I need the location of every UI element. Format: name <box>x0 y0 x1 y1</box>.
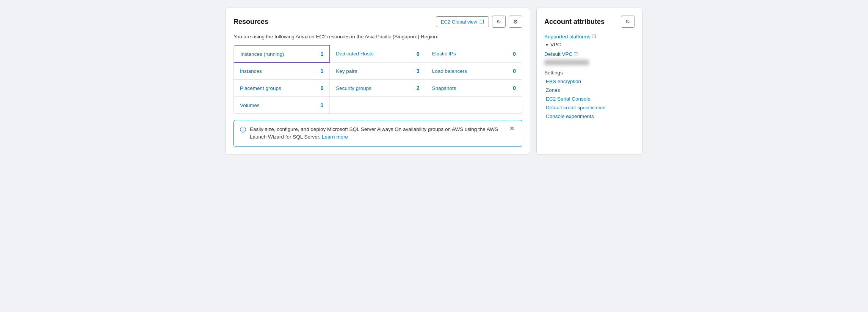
resources-title: Resources <box>233 18 268 26</box>
default-vpc-label: Default VPC <box>544 51 572 57</box>
resource-cell-volumes[interactable]: Volumes 1 <box>234 97 330 113</box>
supported-platforms-external-icon: ❐ <box>592 34 596 39</box>
info-banner-content: ⓘ Easily size, configure, and deploy Mic… <box>240 126 504 141</box>
elastic-ips-label[interactable]: Elastic IPs <box>432 51 456 57</box>
resource-cell-key-pairs[interactable]: Key pairs 3 <box>330 63 426 80</box>
ec2-serial-console-link[interactable]: EC2 Serial Console <box>544 96 635 102</box>
header-actions: EC2 Global view ❐ ↻ ⚙ <box>436 16 522 28</box>
zones-link[interactable]: Zones <box>544 87 635 93</box>
refresh-icon: ↻ <box>497 19 501 25</box>
account-header: Account attributes ↻ <box>544 16 635 28</box>
bullet-icon: ● <box>546 43 548 47</box>
default-vpc-link[interactable]: Default VPC ❐ <box>544 51 635 57</box>
resource-cell-load-balancers[interactable]: Load balancers 0 <box>426 63 522 80</box>
supported-platforms-link[interactable]: Supported platforms ❐ <box>544 34 635 39</box>
resource-cell-dedicated-hosts[interactable]: Dedicated Hosts 0 <box>330 45 426 63</box>
default-credit-specification-link[interactable]: Default credit specification <box>544 105 635 110</box>
default-vpc-external-icon: ❐ <box>574 52 578 57</box>
refresh-icon-account: ↻ <box>625 19 630 25</box>
gear-icon: ⚙ <box>513 19 518 25</box>
key-pairs-count: 3 <box>417 68 420 74</box>
supported-platforms-label: Supported platforms <box>544 34 591 39</box>
placement-groups-count: 0 <box>321 85 324 91</box>
resource-cell-snapshots[interactable]: Snapshots 0 <box>426 80 522 97</box>
account-attributes-panel: Account attributes ↻ Supported platforms… <box>536 8 642 155</box>
instances-running-label[interactable]: Instances (running) <box>240 51 284 57</box>
load-balancers-count: 0 <box>513 68 516 74</box>
settings-section-label: Settings <box>544 70 635 76</box>
external-link-icon: ❐ <box>479 19 484 25</box>
instances-count: 1 <box>321 68 324 74</box>
key-pairs-label[interactable]: Key pairs <box>336 68 357 74</box>
elastic-ips-count: 0 <box>513 51 516 57</box>
resources-header: Resources EC2 Global view ❐ ↻ ⚙ <box>233 16 522 28</box>
vpc-item: ● VPC <box>546 42 635 47</box>
info-circle-icon: ⓘ <box>240 126 246 134</box>
empty-cell-2 <box>426 97 522 113</box>
resources-description: You are using the following Amazon EC2 r… <box>233 34 522 39</box>
placement-groups-label[interactable]: Placement groups <box>240 85 281 91</box>
resource-cell-instances[interactable]: Instances 1 <box>234 63 330 80</box>
settings-button[interactable]: ⚙ <box>509 16 522 28</box>
banner-close-button[interactable]: ✕ <box>508 126 516 132</box>
resource-cell-placement-groups[interactable]: Placement groups 0 <box>234 80 330 97</box>
snapshots-label[interactable]: Snapshots <box>432 85 456 91</box>
dedicated-hosts-count: 0 <box>417 51 420 57</box>
info-banner-text: Easily size, configure, and deploy Micro… <box>250 126 504 141</box>
ebs-encryption-link[interactable]: EBS encryption <box>544 79 635 84</box>
learn-more-link[interactable]: Learn more <box>322 134 348 140</box>
blurred-vpc-value: vpc-xxxxxxxxxx <box>544 60 589 65</box>
volumes-label[interactable]: Volumes <box>240 102 260 108</box>
vpc-label: VPC <box>550 42 561 47</box>
resources-panel: Resources EC2 Global view ❐ ↻ ⚙ You are … <box>226 8 530 155</box>
dedicated-hosts-label[interactable]: Dedicated Hosts <box>336 51 373 57</box>
instances-running-count: 1 <box>321 51 324 57</box>
refresh-account-button[interactable]: ↻ <box>621 16 635 28</box>
volumes-count: 1 <box>321 102 324 108</box>
empty-cell-1 <box>330 97 426 113</box>
load-balancers-label[interactable]: Load balancers <box>432 68 467 74</box>
security-groups-label[interactable]: Security groups <box>336 85 371 91</box>
resource-cell-elastic-ips[interactable]: Elastic IPs 0 <box>426 45 522 63</box>
info-banner: ⓘ Easily size, configure, and deploy Mic… <box>233 120 522 147</box>
refresh-resources-button[interactable]: ↻ <box>492 16 506 28</box>
snapshots-count: 0 <box>513 85 516 91</box>
resource-cell-instances-running[interactable]: Instances (running) 1 <box>233 45 330 63</box>
ec2-global-view-button[interactable]: EC2 Global view ❐ <box>436 16 489 27</box>
ec2-global-view-label: EC2 Global view <box>441 19 477 25</box>
security-groups-count: 2 <box>417 85 420 91</box>
page-wrapper: Resources EC2 Global view ❐ ↻ ⚙ You are … <box>226 8 642 155</box>
console-experiments-link[interactable]: Console experiments <box>544 113 635 119</box>
instances-label[interactable]: Instances <box>240 68 262 74</box>
resource-cell-security-groups[interactable]: Security groups 2 <box>330 80 426 97</box>
resource-grid: Instances (running) 1 Dedicated Hosts 0 … <box>233 45 522 114</box>
account-title: Account attributes <box>544 18 605 26</box>
